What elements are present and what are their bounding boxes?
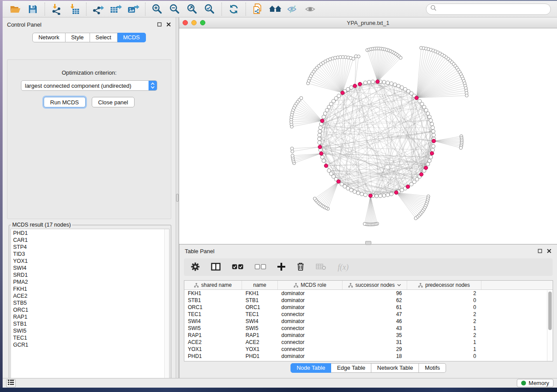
table-row[interactable]: SWI4SWI4dominator462	[184, 318, 553, 325]
close-panel-icon[interactable]	[166, 22, 171, 27]
table-row[interactable]: PHD1PHD1dominator180	[184, 353, 553, 360]
graph-node[interactable]	[393, 83, 397, 86]
graph-mcds-node[interactable]	[419, 172, 423, 176]
export-image-button[interactable]	[126, 2, 141, 16]
import-table-button[interactable]	[67, 2, 82, 16]
export-network-button[interactable]	[91, 2, 106, 16]
unselect-all-columns-button[interactable]	[255, 264, 266, 271]
graph-node[interactable]	[390, 82, 393, 85]
graph-node[interactable]	[431, 126, 434, 129]
criterion-select[interactable]: largest connected component (undirected)	[21, 80, 157, 91]
graph-leaf-node[interactable]	[313, 197, 316, 200]
graph-node[interactable]	[432, 130, 435, 133]
table-row[interactable]: STB1STB1dominator620	[184, 297, 553, 304]
graph-node[interactable]	[322, 115, 325, 119]
graph-node[interactable]	[378, 194, 382, 198]
graph-node[interactable]	[428, 115, 431, 119]
graph-mcds-node[interactable]	[430, 151, 434, 155]
horizontal-splitter-knob[interactable]	[365, 241, 371, 245]
graph-node[interactable]	[371, 80, 374, 83]
mcds-result-item[interactable]: TID3	[13, 251, 164, 258]
graph-node[interactable]	[429, 119, 432, 122]
graph-node[interactable]	[356, 191, 360, 195]
column-header-shared-name[interactable]: shared name	[184, 281, 242, 289]
mcds-result-item[interactable]: ACE2	[13, 292, 164, 299]
graph-mcds-node[interactable]	[320, 119, 324, 123]
memory-button[interactable]: Memory	[517, 379, 554, 387]
graph-node[interactable]	[432, 133, 436, 137]
graph-node[interactable]	[349, 188, 353, 192]
graph-mcds-node[interactable]	[318, 145, 322, 149]
graph-node[interactable]	[329, 172, 333, 175]
graph-node[interactable]	[327, 105, 331, 109]
graph-node[interactable]	[424, 108, 428, 112]
mcds-result-item[interactable]: SWI5	[13, 327, 164, 334]
graph-node[interactable]	[318, 126, 322, 129]
graph-mcds-node[interactable]	[341, 91, 345, 95]
tab-select[interactable]: Select	[90, 33, 118, 42]
zoom-selected-button[interactable]	[202, 2, 217, 16]
mcds-result-item[interactable]: RAP1	[13, 313, 164, 320]
graph-leaf-node[interactable]	[352, 57, 355, 60]
graph-leaf-node[interactable]	[291, 150, 294, 153]
graph-node[interactable]	[390, 192, 393, 196]
mcds-result-item[interactable]: PHD1	[13, 230, 164, 237]
close-window-icon[interactable]	[183, 20, 188, 25]
save-session-button[interactable]	[25, 2, 40, 16]
zoom-in-button[interactable]	[150, 2, 165, 16]
graph-node[interactable]	[318, 137, 321, 141]
mcds-result-item[interactable]: STP4	[13, 244, 164, 251]
graph-mcds-node[interactable]	[324, 164, 328, 168]
graph-node[interactable]	[430, 122, 433, 126]
zoom-out-button[interactable]	[167, 2, 182, 16]
graph-node[interactable]	[428, 159, 431, 162]
graph-node[interactable]	[343, 185, 346, 188]
graph-node[interactable]	[325, 108, 329, 112]
graph-mcds-node[interactable]	[415, 96, 419, 100]
mcds-result-item[interactable]: FKH1	[13, 285, 164, 292]
graph-leaf-node[interactable]	[291, 154, 294, 157]
graph-node[interactable]	[429, 155, 432, 159]
toggle-column-view-button[interactable]	[211, 263, 221, 272]
graph-node[interactable]	[403, 87, 407, 91]
delete-column-button[interactable]	[297, 262, 304, 272]
mcds-result-item[interactable]: STB5	[13, 299, 164, 306]
table-row[interactable]: SWI5SWI5connector431	[184, 325, 553, 332]
graph-node[interactable]	[346, 87, 349, 91]
graph-node[interactable]	[321, 155, 324, 159]
mcds-result-item[interactable]: SWI4	[13, 265, 164, 272]
graph-node[interactable]	[322, 159, 325, 162]
graph-node[interactable]	[386, 81, 389, 84]
close-table-panel-icon[interactable]	[547, 248, 552, 254]
run-mcds-button[interactable]: Run MCDS	[44, 97, 86, 107]
mcds-result-item[interactable]: PMA2	[13, 279, 164, 285]
graph-leaf-node[interactable]	[291, 147, 294, 150]
table-row[interactable]: ORC1ORC1dominator610	[184, 304, 553, 311]
graph-mcds-node[interactable]	[319, 151, 323, 155]
close-panel-button[interactable]: Close panel	[92, 97, 135, 107]
graph-mcds-node[interactable]	[353, 84, 357, 88]
table-scrollbar[interactable]	[547, 290, 552, 361]
graph-node[interactable]	[382, 194, 386, 197]
clone-network-button[interactable]	[250, 2, 265, 16]
graph-mcds-node[interactable]	[424, 166, 428, 170]
graph-node[interactable]	[407, 89, 410, 93]
table-row[interactable]: RAP1RAP1dominator352	[184, 332, 553, 339]
import-network-button[interactable]	[49, 2, 64, 16]
graph-node[interactable]	[363, 193, 367, 196]
function-builder-button[interactable]: f(x)	[338, 263, 349, 272]
column-header-predecessor-nodes[interactable]: predecessor nodes	[407, 281, 481, 289]
vertical-splitter[interactable]	[176, 17, 179, 378]
graph-node[interactable]	[318, 130, 322, 133]
mcds-result-item[interactable]: SRD1	[13, 272, 164, 279]
graph-mcds-node[interactable]	[376, 80, 380, 84]
tab-style[interactable]: Style	[66, 33, 90, 42]
graph-node[interactable]	[327, 169, 331, 172]
network-window-titlebar[interactable]: YPA_prune.txt_1	[179, 17, 557, 28]
show-all-button[interactable]	[303, 2, 318, 16]
graph-leaf-node[interactable]	[399, 56, 402, 59]
graph-node[interactable]	[400, 188, 404, 192]
graph-mcds-node[interactable]	[394, 191, 398, 195]
graph-node[interactable]	[337, 94, 341, 97]
graph-node[interactable]	[400, 86, 404, 89]
